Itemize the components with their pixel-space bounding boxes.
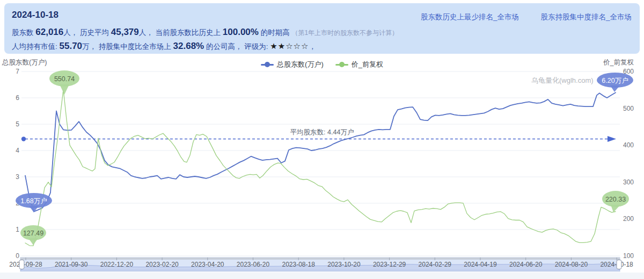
callout-1.68万户: 1.68万户 — [16, 193, 52, 212]
x-axis-label: 2023-08-18 — [282, 261, 316, 268]
right-axis-tick: 400 — [623, 141, 634, 149]
callout-value: 127.49 — [23, 230, 43, 237]
left-axis-tick: 0 — [16, 252, 19, 260]
x-axis-label: 2023-04-20 — [191, 261, 224, 268]
x-axis-label: 2022-12-20 — [100, 261, 134, 268]
x-axis-label: 2021-09-30 — [55, 261, 88, 268]
right-axis-tick: 500 — [623, 105, 634, 112]
series-line-shareholders — [25, 92, 616, 212]
left-axis-tick: 6 — [16, 94, 19, 102]
x-axis-label: 2024-04-19 — [464, 261, 497, 268]
x-axis-label: 2023-10-20 — [327, 261, 361, 268]
left-axis-tick: 3 — [16, 173, 19, 181]
datazoom-handle-left[interactable] — [19, 260, 24, 269]
x-axis-label: 2023-06-20 — [237, 261, 270, 268]
x-axis-label: 2024-06-20 — [509, 261, 543, 268]
average-line-start-dot — [21, 137, 26, 141]
x-axis-label: 2023-12-29 — [373, 261, 406, 268]
callout-value: 550.74 — [54, 75, 75, 83]
x-axis-label: 2020-09-28 — [9, 261, 42, 268]
x-axis-label: 2023-02-20 — [145, 261, 179, 268]
average-line-arrow-icon — [608, 136, 616, 142]
right-axis-tick: 300 — [623, 178, 634, 186]
left-axis-tick: 7 — [16, 68, 19, 75]
left-axis-tick: 4 — [16, 147, 19, 154]
average-line-label: 平均股东数: 4.44万户 — [290, 128, 354, 136]
callout-550.74: 550.74 — [49, 70, 79, 95]
right-axis-tick: 100 — [623, 252, 634, 260]
left-axis-tick: 1 — [16, 226, 19, 233]
left-axis-tick: 5 — [16, 120, 19, 128]
callout-127.49: 127.49 — [20, 225, 46, 245]
datazoom-handle-right[interactable] — [617, 260, 621, 269]
x-axis-label: 2024-02-29 — [419, 261, 452, 268]
callout-value: 6.20万户 — [602, 77, 628, 84]
footer-strip — [0, 273, 644, 279]
x-axis-label: 2024-08-20 — [555, 261, 588, 268]
datazoom-track — [20, 257, 620, 260]
page: 2024-10-18 股东数历史上最少排名_全市场 股东持股集中度排名_全市场 … — [0, 0, 644, 279]
callout-value: 1.68万户 — [20, 197, 47, 205]
callout-value: 220.33 — [605, 196, 626, 203]
right-axis-tick: 200 — [623, 215, 634, 223]
callout-6.20万户: 6.20万户 — [597, 73, 633, 92]
chart-canvas: 76543210600500400300200100平均股东数: 4.44万户2… — [0, 0, 644, 279]
